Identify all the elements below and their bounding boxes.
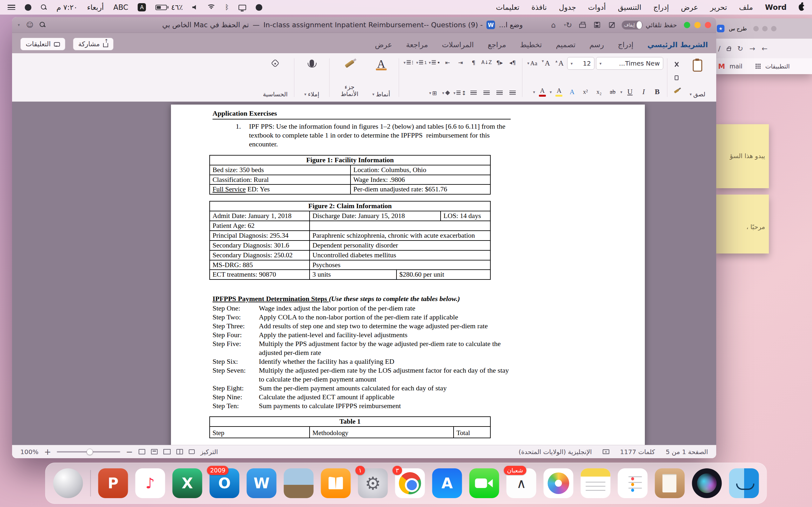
menu-format[interactable]: التنسيق [618,3,641,11]
view-outline-icon[interactable] [176,449,183,454]
comments-button[interactable]: التعليقات [20,38,65,50]
bold-button[interactable]: B [651,86,663,98]
ltr-paragraph-button[interactable]: ▸¶ [494,57,505,68]
dock-notes[interactable] [581,468,611,498]
dock-photo-preview[interactable] [284,468,314,498]
input-source-label[interactable]: ABC [113,3,128,11]
font-color-button[interactable]: A [537,86,548,98]
forward-icon[interactable]: → [750,45,755,53]
zoom-percent[interactable]: 100% [20,448,38,456]
numbering-button[interactable]: 1▾ [416,57,427,68]
dock-photos[interactable] [544,468,573,498]
underline-button[interactable]: U [624,86,636,98]
dock-siri[interactable] [692,468,722,498]
format-painter-button[interactable] [671,87,682,95]
menu-window[interactable]: نافذة [531,3,547,11]
browser-window-controls[interactable] [753,26,776,32]
tab-layout[interactable]: تخطيط [520,41,542,49]
dock-system-settings[interactable]: ١ ⚙ [358,468,388,498]
reload-icon[interactable]: ↻ [737,45,743,53]
menu-edit[interactable]: تحرير [710,3,727,11]
sensitivity-button[interactable]: الحساسية [260,56,290,100]
bookmark-apps[interactable]: التطبيقات [765,63,790,70]
dock-reminders[interactable] [618,468,648,498]
word-count[interactable]: 1177 كلمات [620,448,655,456]
menu-app-name[interactable]: Word [765,3,786,11]
tab-review[interactable]: مراجعة [406,41,428,49]
chevron-down-icon[interactable]: ▾ [18,22,20,27]
dock-music[interactable]: ♪ [136,468,165,498]
screen-mirroring-icon[interactable] [239,5,246,10]
document-page[interactable]: Application Exercises 1. IPF PPS: Use th… [171,105,645,445]
autosave-control[interactable]: حفظ تلقائي إيقاف [622,20,677,30]
sort-button[interactable]: A↓Z [481,57,492,68]
autosave-toggle[interactable]: إيقاف [622,20,643,30]
zoom-out-button[interactable]: − [126,448,133,456]
home-button[interactable]: ⌂ [549,20,558,30]
superscript-button[interactable]: x² [579,86,591,98]
bookmark-mail[interactable]: mail [729,63,743,70]
rtl-paragraph-button[interactable]: ¶◂ [507,57,518,68]
shrink-font-button[interactable]: A▾ [540,57,552,70]
menu-table[interactable]: جدول [559,3,576,11]
tab-design[interactable]: تصميم [556,41,575,49]
shading-button[interactable]: ▾ [440,88,452,98]
page-indicator[interactable]: الصفحة 1 من 5 [666,448,708,456]
highlight-color-button[interactable]: A [553,86,565,98]
volume-icon[interactable] [192,5,198,10]
dock-excel[interactable]: X [172,468,202,498]
zoom-slider-knob[interactable] [87,449,93,455]
zoom-button[interactable] [684,22,690,28]
apps-grid-icon[interactable] [755,63,761,69]
dock-trash[interactable] [53,468,83,498]
apple-menu-icon[interactable] [799,4,804,11]
menu-view[interactable]: عرض [681,3,698,11]
line-spacing-button[interactable]: ↕▾ [453,88,466,98]
paste-button[interactable]: لصق▾ [684,56,711,100]
save-button[interactable] [593,20,602,30]
clock-time[interactable]: ٧:٢٠ م [56,3,78,11]
proofing-icon[interactable]: × [603,449,609,454]
sticky-note-2[interactable]: مرحبًا ، [716,194,769,253]
dock-finder[interactable] [729,468,759,498]
wifi-icon[interactable] [207,4,215,10]
dock-books[interactable] [321,468,351,498]
dock-word[interactable]: W [247,468,276,498]
font-name-select[interactable]: Times New...▾ [596,57,663,70]
justify-button[interactable] [468,88,479,98]
dock-app-store[interactable]: A [432,468,462,498]
search-icon[interactable] [40,22,46,28]
change-case-button[interactable]: Aa▾ [526,57,538,70]
clock-day[interactable]: أربعاء [87,3,104,11]
increase-indent-button[interactable]: ⇥ [455,57,466,68]
dock-powerpoint[interactable]: P [98,468,128,498]
menu-help[interactable]: تعليمات [496,3,519,11]
dock-contacts[interactable] [655,468,685,498]
menu-insert[interactable]: إدراج [653,3,669,11]
tab-home[interactable]: الشريط الرئيسي [647,41,708,49]
cut-button[interactable] [671,60,682,69]
dock-outlook[interactable]: 2009 O [210,468,240,498]
align-center-button[interactable] [494,88,505,98]
tab-view[interactable]: عرض [375,41,392,49]
strikethrough-button[interactable]: ab [606,86,618,98]
back-icon[interactable]: ← [762,45,767,53]
copy-button[interactable] [671,73,682,82]
align-left-button[interactable] [481,88,492,98]
subscript-button[interactable]: x₂ [593,86,605,98]
language-indicator[interactable]: الإنجليزية (الولايات المتحدة) [519,448,592,456]
dock-facetime[interactable] [469,468,499,498]
grow-font-button[interactable]: A▴ [554,57,565,70]
view-draft-icon[interactable] [139,449,145,454]
multilevel-list-button[interactable]: ⁝▾ [403,57,414,68]
tab-draw[interactable]: رسم [589,41,604,49]
view-print-layout-icon[interactable] [151,449,158,454]
bluetooth-icon[interactable]: ᛒ [225,3,229,11]
view-web-icon[interactable] [163,449,171,454]
borders-button[interactable]: ⊞▾ [427,88,439,98]
tab-insert[interactable]: إدراج [618,41,633,49]
tab-references[interactable]: مراجع [488,41,506,49]
sticky-note-1[interactable]: يبدو هذا السؤ [716,124,769,188]
feedback-smiley-icon[interactable]: ☺ [26,21,34,29]
edit-mode-button[interactable] [607,20,617,30]
